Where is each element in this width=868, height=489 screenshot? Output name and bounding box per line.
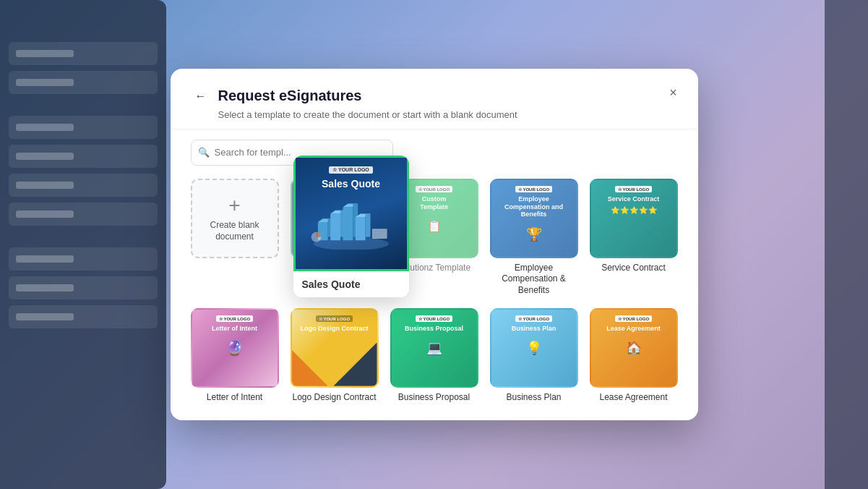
back-button[interactable]: ←	[191, 86, 211, 106]
templates-row-1: + Create blank document ☆ YOUR LOGO Sale…	[191, 179, 678, 297]
star-1: ⭐	[611, 206, 619, 214]
logo-design-card[interactable]: ☆ YOUR LOGO Logo Design Contract Logo De…	[291, 308, 379, 404]
lease-agreement-card[interactable]: ☆ YOUR LOGO Lease Agreement 🏠 Lease Agre…	[590, 308, 678, 404]
right-panel-hint	[825, 0, 868, 489]
search-section: 🔍	[171, 129, 698, 176]
employee-comp-card[interactable]: ☆ YOUR LOGO Employee Compensation and Be…	[490, 179, 578, 297]
business-proposal-card[interactable]: ☆ YOUR LOGO Business Proposal 💻 Business…	[390, 308, 478, 404]
star-3: ⭐	[629, 206, 638, 214]
business-proposal-label: Business Proposal	[398, 392, 470, 404]
popup-thumb: ☆ YOUR LOGO Sales Quote	[293, 156, 409, 271]
lease-agreement-label: Lease Agreement	[599, 392, 667, 404]
service-contract-card[interactable]: ☆ YOUR LOGO Service Contract ⭐ ⭐ ⭐ ⭐ ⭐ S…	[590, 179, 678, 297]
sidebar-hint	[0, 0, 166, 489]
back-arrow-icon: ←	[195, 90, 207, 103]
modal-title: Request eSignatures	[218, 88, 362, 104]
star-5: ⭐	[648, 206, 657, 214]
emp-comp-label: Employee Compensation & Benefits	[490, 263, 578, 297]
popup-chart-svg	[308, 195, 395, 250]
service-contract-label: Service Contract	[601, 263, 666, 274]
sales-quote-popup[interactable]: ☆ YOUR LOGO Sales Quote	[293, 156, 409, 297]
star-4: ⭐	[639, 206, 648, 214]
templates-row-2: ☆ YOUR LOGO Letter of Intent 🔮 Letter of…	[191, 308, 678, 404]
letter-intent-label: Letter of Intent	[207, 392, 262, 404]
modal-dialog: ← Request eSignatures Select a template …	[171, 69, 698, 420]
svg-marker-22	[365, 213, 370, 237]
close-button[interactable]: ×	[663, 83, 684, 103]
blank-template-card[interactable]: + Create blank document	[191, 179, 279, 297]
popup-card-label: Sales Quote	[293, 271, 409, 297]
letter-of-intent-card[interactable]: ☆ YOUR LOGO Letter of Intent 🔮 Letter of…	[191, 308, 279, 404]
logo-design-label: Logo Design Contract	[292, 392, 376, 404]
star-2: ⭐	[620, 206, 629, 214]
popup-logo: ☆ YOUR LOGO	[329, 166, 373, 174]
search-icon: 🔍	[198, 147, 210, 158]
business-plan-label: Business Plan	[506, 392, 561, 404]
blank-card-inner-label: Create blank document	[192, 220, 278, 242]
templates-container: + Create blank document ☆ YOUR LOGO Sale…	[171, 176, 698, 420]
svg-rect-14	[330, 213, 340, 240]
plus-icon: +	[228, 194, 240, 217]
modal-subtitle: Select a template to create the document…	[218, 109, 678, 120]
popup-title-text: Sales Quote	[322, 178, 380, 190]
svg-rect-17	[343, 207, 353, 240]
business-plan-card[interactable]: ☆ YOUR LOGO Business Plan 💡 Business Pla…	[490, 308, 578, 404]
svg-rect-20	[355, 217, 365, 240]
modal-header: ← Request eSignatures Select a template …	[171, 69, 698, 129]
